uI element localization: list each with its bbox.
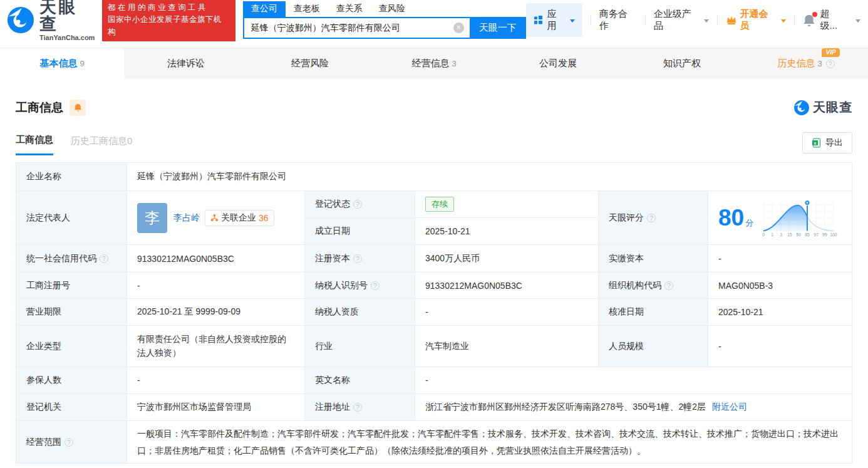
caret-down-icon — [704, 19, 709, 23]
subtab-business-info[interactable]: 工商信息 — [16, 134, 53, 155]
subscribe-bell-button[interactable] — [70, 100, 86, 116]
divider — [645, 14, 646, 26]
search-area: 查公司 查老板 查关系 查风险 × 天眼一下 — [243, 1, 526, 39]
tab-history-info[interactable]: VIP 历史信息 3 ? — [744, 48, 868, 79]
nav-enterprise-products[interactable]: 企业级产品 — [654, 8, 709, 32]
table-row: 参保人数 - 英文名称 - — [16, 367, 852, 394]
nav-account[interactable]: 超级... — [820, 8, 847, 32]
table-row: 营业期限 2025-10-21 至 9999-09-09 纳税人资质 - 核准日… — [16, 299, 852, 326]
status-date-block: 登记状态 ? 存续 成立日期 2025-10-21 — [305, 191, 599, 245]
search-tab-company[interactable]: 查公司 — [243, 1, 286, 17]
legal-rep-link[interactable]: 李占岭 — [173, 212, 200, 224]
svg-text:15: 15 — [787, 232, 792, 237]
nav-vip-button[interactable]: 开通会员 — [726, 8, 786, 32]
field-label: 天眼评分 ? — [599, 191, 708, 245]
approval-date-value: 2025-10-21 — [708, 299, 852, 326]
search-tab-risk[interactable]: 查风险 — [371, 1, 413, 17]
excel-icon: x — [812, 138, 822, 148]
tab-label: 知识产权 — [663, 58, 701, 70]
help-icon[interactable]: ? — [664, 281, 673, 290]
tab-operation-info[interactable]: 经营信息 3 — [372, 48, 496, 79]
clear-icon[interactable]: × — [453, 23, 464, 33]
section-header: 工商信息 天眼查 — [16, 99, 852, 116]
export-label: 导出 — [825, 137, 843, 148]
help-icon[interactable]: ? — [353, 200, 362, 209]
staff-size-value: - — [708, 326, 852, 367]
help-icon[interactable]: ? — [353, 403, 362, 412]
help-icon[interactable]: ? — [371, 281, 380, 290]
field-label: 注册资本 ? — [305, 245, 415, 273]
field-label: 法定代表人 — [16, 191, 127, 245]
legal-rep-avatar[interactable]: 李 — [137, 203, 167, 233]
promo-banner: 都在用的商业查询工具 国家中小企业发展子基金旗下机构 — [102, 0, 235, 41]
tab-basic-info[interactable]: 基本信息 9 — [0, 48, 124, 79]
search-bar: × 天眼一下 — [243, 17, 526, 39]
table-row: 统一社会信用代码 ? 91330212MAG0N05B3C 注册资本 ? 340… — [16, 245, 852, 273]
reg-status-cell: 存续 — [415, 191, 599, 218]
page: 天眼查 TianYanCha.com 都在用的商业查询工具 国家中小企业发展子基… — [0, 0, 868, 468]
help-icon[interactable]: ? — [353, 254, 362, 263]
field-label: 工商注册号 — [16, 273, 127, 299]
company-type-value: 有限责任公司（非自然人投资或控股的法人独资） — [127, 326, 305, 367]
vip-label: 开通会员 — [740, 8, 778, 32]
apps-grid-icon — [534, 15, 544, 25]
page-tabs: 基本信息 9 法律诉讼 经营风险 经营信息 3 公司发展 知识产权 VIP 历史… — [0, 48, 868, 79]
search-tab-boss[interactable]: 查老板 — [286, 1, 328, 17]
search-input[interactable] — [243, 17, 470, 39]
main-content: 工商信息 天眼查 工商信息 历史工商信息0 — [0, 99, 868, 464]
tianyancha-logo-icon — [6, 6, 35, 34]
reg-number-value: - — [127, 273, 305, 299]
nav-business-cooperation[interactable]: 商务合作 — [599, 8, 637, 32]
tab-intellectual-property[interactable]: 知识产权 — [620, 48, 744, 79]
field-label: 企业名称 — [16, 163, 127, 191]
legal-rep-cell: 李 李占岭 关联企业 36 — [127, 191, 305, 245]
help-icon[interactable]: ? — [65, 438, 73, 447]
tab-company-development[interactable]: 公司发展 — [496, 48, 620, 79]
help-icon[interactable]: ? — [647, 214, 656, 222]
tab-legal-proceedings[interactable]: 法律诉讼 — [124, 48, 248, 79]
tab-label: 经营风险 — [291, 58, 329, 70]
notification-bell[interactable] — [803, 14, 815, 27]
crown-icon — [726, 15, 737, 25]
search-tab-relation[interactable]: 查关系 — [328, 1, 371, 17]
field-label: 成立日期 — [305, 218, 415, 245]
field-label: 纳税人资质 — [305, 299, 415, 326]
help-icon[interactable]: ? — [826, 60, 835, 68]
score-unit: 分 — [745, 218, 753, 227]
subtabs-row: 工商信息 历史工商信息0 x 导出 — [16, 132, 852, 157]
apps-button[interactable]: 应用 — [526, 3, 582, 37]
field-label: 登记机关 — [16, 394, 127, 421]
business-scope-value: 一般项目：汽车零部件及配件制造；汽车零部件研发；汽车零配件批发；汽车零配件零售；… — [127, 421, 852, 463]
tianyancha-logo[interactable]: 天眼查 TianYanCha.com — [6, 0, 96, 41]
divider — [591, 14, 591, 26]
enterprise-label: 企业级产品 — [654, 8, 701, 32]
company-name-value: 延锋（宁波鄞州）汽车零部件有限公司 — [127, 163, 852, 191]
tab-count: 3 — [817, 59, 822, 68]
related-companies-badge[interactable]: 关联企业 36 — [205, 210, 274, 226]
svg-text:85: 85 — [805, 232, 810, 237]
taxpayer-quality-value: - — [415, 299, 599, 326]
tab-label: 法律诉讼 — [167, 58, 205, 70]
field-label: 英文名称 — [305, 367, 415, 394]
caret-down-icon — [781, 19, 786, 23]
org-code-value: MAG0N05B-3 — [708, 273, 852, 299]
reg-capital-value: 3400万人民币 — [415, 245, 599, 273]
export-button[interactable]: x 导出 — [802, 132, 852, 153]
subtab-history-business-info[interactable]: 历史工商信息0 — [71, 135, 132, 155]
table-row: 经营范围 ? 一般项目：汽车零部件及配件制造；汽车零部件研发；汽车零配件批发；汽… — [16, 421, 852, 463]
help-icon[interactable]: ? — [100, 254, 108, 263]
field-label: 实缴资本 — [599, 245, 708, 273]
search-button[interactable]: 天眼一下 — [470, 17, 526, 39]
divider — [717, 14, 718, 26]
nearby-companies-link[interactable]: 附近公司 — [712, 402, 747, 413]
tab-operation-risk[interactable]: 经营风险 — [248, 48, 372, 79]
reg-address-cell: 浙江省宁波市鄞州区鄞州经济开发区听海南路278号、350号1幢、2幢2层 附近公… — [415, 394, 852, 421]
org-structure-icon — [210, 214, 219, 222]
field-label: 核准日期 — [599, 299, 708, 326]
business-term-value: 2025-10-21 至 9999-09-09 — [127, 299, 305, 326]
svg-text:x: x — [814, 141, 817, 145]
top-nav: 应用 商务合作 企业级产品 开通会员 — [526, 3, 860, 37]
svg-text:50: 50 — [796, 232, 801, 237]
score-value: 80 — [718, 205, 744, 231]
paid-capital-value: - — [708, 245, 852, 273]
